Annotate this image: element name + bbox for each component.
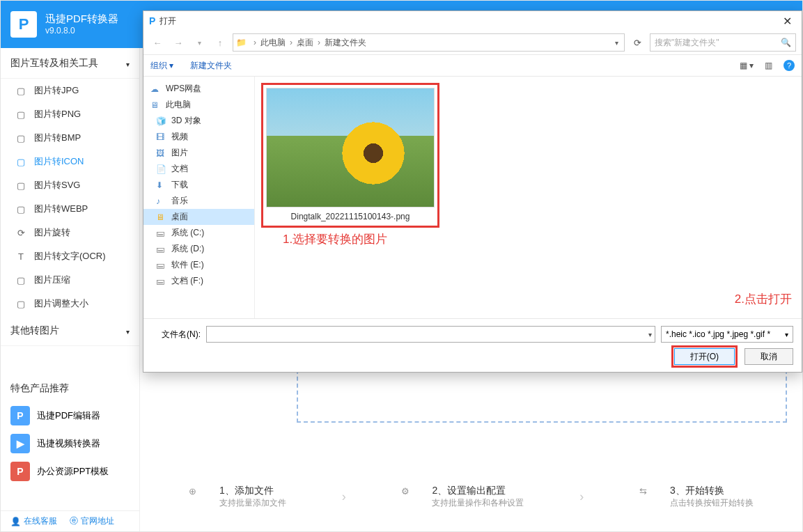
nav-recent-dropdown[interactable]: ▾ bbox=[191, 34, 208, 51]
featured-title: 特色产品推荐 bbox=[1, 378, 139, 402]
link-official-site[interactable]: ⓔ 官网地址 bbox=[70, 515, 114, 527]
open-button[interactable]: 打开(O) bbox=[674, 348, 735, 365]
nav-up-button[interactable]: ↑ bbox=[212, 34, 228, 51]
dialog-toolbar: 组织 ▾ 新建文件夹 ▦ ▾ ▥ ? bbox=[143, 54, 802, 77]
image-icon: ▢ bbox=[13, 179, 29, 191]
search-input[interactable]: 搜索"新建文件夹" 🔍 bbox=[650, 33, 796, 52]
sidebar-item-webp[interactable]: ▢图片转WEBP bbox=[1, 197, 139, 221]
refresh-button[interactable]: ⟳ bbox=[629, 34, 646, 51]
drive-icon: 🖴 bbox=[156, 244, 167, 254]
sidebar-footer: 👤 在线客服 ⓔ 官网地址 bbox=[1, 510, 140, 531]
tree-node[interactable]: 📄文档 bbox=[143, 161, 254, 177]
file-list-area[interactable]: Dingtalk_20221115100143-.png 1.选择要转换的图片 … bbox=[255, 77, 802, 318]
tree-node-label: 文档 (F:) bbox=[171, 275, 203, 287]
steps-bar: ⊕ 1、添加文件支持批量添加文件 › ⚙ 2、设置输出配置支持批量操作和各种设置… bbox=[140, 485, 802, 509]
featured-item-pdf-editor[interactable]: P迅捷PDF编辑器 bbox=[1, 402, 139, 430]
resize-icon: ▢ bbox=[13, 297, 29, 310]
file-item[interactable]: Dingtalk_20221115100143-.png bbox=[262, 84, 439, 227]
tree-node-label: 图片 bbox=[171, 147, 188, 159]
breadcrumb-item[interactable]: 桌面 bbox=[297, 37, 313, 49]
pc-icon: 🖥 bbox=[150, 100, 162, 110]
breadcrumb-path[interactable]: 📁 此电脑 桌面 新建文件夹 bbox=[233, 33, 625, 52]
tree-node[interactable]: 🧊3D 对象 bbox=[143, 113, 254, 129]
featured-item-video[interactable]: ▶迅捷视频转换器 bbox=[1, 430, 139, 457]
chevron-down-icon[interactable] bbox=[648, 329, 652, 339]
app-logo: P bbox=[10, 11, 37, 38]
tree-node-label: 音乐 bbox=[171, 195, 188, 207]
featured-products: 特色产品推荐 P迅捷PDF编辑器 ▶迅捷视频转换器 P办公资源PPT模板 bbox=[1, 371, 139, 492]
sidebar-item-bmp[interactable]: ▢图片转BMP bbox=[1, 126, 139, 150]
chevron-down-icon bbox=[126, 325, 130, 336]
help-icon[interactable]: ? bbox=[783, 60, 795, 71]
sidebar-item-resize[interactable]: ▢图片调整大小 bbox=[1, 292, 139, 315]
toolbar-organize[interactable]: 组织 ▾ bbox=[150, 60, 173, 72]
file-type-filter[interactable]: *.heic *.ico *.jpg *.jpeg *.gif * bbox=[661, 326, 793, 343]
cancel-button[interactable]: 取消 bbox=[744, 348, 793, 365]
sidebar-group-image-tools[interactable]: 图片互转及相关工具 bbox=[1, 48, 139, 79]
annotation-1: 1.选择要转换的图片 bbox=[283, 231, 387, 247]
file-name: Dingtalk_20221115100143-.png bbox=[266, 208, 435, 223]
tree-node[interactable]: 🖴文档 (F:) bbox=[143, 273, 254, 289]
step-2: ⚙ 2、设置输出配置支持批量操作和各种设置 bbox=[401, 485, 524, 509]
search-icon: 🔍 bbox=[781, 38, 791, 47]
doc-icon: 📄 bbox=[156, 164, 167, 174]
tree-node[interactable]: 🖴系统 (D:) bbox=[143, 241, 254, 257]
tree-node[interactable]: ☁WPS网盘 bbox=[143, 81, 254, 97]
tree-node[interactable]: 🎞视频 bbox=[143, 129, 254, 145]
tree-node-label: 3D 对象 bbox=[171, 115, 201, 127]
sidebar-group-other[interactable]: 其他转图片 bbox=[1, 315, 139, 346]
sidebar-item-ocr[interactable]: T图片转文字(OCR) bbox=[1, 244, 139, 268]
nav-back-button[interactable]: ← bbox=[149, 34, 166, 51]
sidebar-item-icon[interactable]: ▢图片转ICON bbox=[1, 150, 139, 173]
folder-icon: 📁 bbox=[236, 38, 247, 47]
sidebar-item-jpg[interactable]: ▢图片转JPG bbox=[1, 79, 139, 102]
image-icon: ▢ bbox=[13, 84, 29, 97]
add-file-icon: ⊕ bbox=[189, 486, 211, 508]
tree-node[interactable]: 🖴软件 (E:) bbox=[143, 257, 254, 273]
featured-item-ppt[interactable]: P办公资源PPT模板 bbox=[1, 457, 139, 485]
search-placeholder: 搜索"新建文件夹" bbox=[655, 37, 719, 49]
sidebar-item-svg[interactable]: ▢图片转SVG bbox=[1, 173, 139, 197]
tree-node[interactable]: 🖴系统 (C:) bbox=[143, 225, 254, 241]
compress-icon: ▢ bbox=[13, 274, 29, 286]
dialog-title: 打开 bbox=[159, 15, 176, 27]
dialog-title-bar[interactable]: P 打开 ✕ bbox=[143, 11, 802, 31]
tree-node[interactable]: 🖥桌面 bbox=[143, 209, 254, 225]
cloud-icon: ☁ bbox=[150, 84, 162, 94]
tree-node[interactable]: 🖼图片 bbox=[143, 145, 254, 161]
sidebar-item-rotate[interactable]: ⟳图片旋转 bbox=[1, 221, 139, 244]
sidebar-item-compress[interactable]: ▢图片压缩 bbox=[1, 268, 139, 292]
drive-icon: 🖴 bbox=[156, 228, 167, 238]
link-customer-service[interactable]: 👤 在线客服 bbox=[10, 515, 57, 527]
chevron-down-icon[interactable] bbox=[612, 38, 621, 47]
music-icon: ♪ bbox=[156, 196, 167, 206]
tree-node[interactable]: 🖥此电脑 bbox=[143, 97, 254, 113]
tree-node-label: 系统 (C:) bbox=[171, 227, 204, 239]
breadcrumb-item[interactable]: 此电脑 bbox=[260, 37, 286, 49]
sidebar-group-label: 其他转图片 bbox=[10, 324, 59, 337]
tree-node[interactable]: ⬇下载 bbox=[143, 177, 254, 193]
sidebar: 图片互转及相关工具 ▢图片转JPG ▢图片转PNG ▢图片转BMP ▢图片转IC… bbox=[1, 48, 140, 531]
tree-node-label: 下载 bbox=[171, 179, 188, 191]
desktop-icon: 🖥 bbox=[156, 212, 167, 222]
breadcrumb-item[interactable]: 新建文件夹 bbox=[325, 37, 366, 49]
view-details-button[interactable]: ▥ bbox=[765, 60, 772, 71]
filename-label: 文件名(N): bbox=[152, 329, 201, 341]
chevron-right-icon bbox=[287, 38, 295, 47]
dialog-footer: 文件名(N): *.heic *.ico *.jpg *.jpeg *.gif … bbox=[143, 318, 802, 372]
rotate-icon: ⟳ bbox=[13, 226, 29, 239]
tree-node-label: 此电脑 bbox=[166, 99, 191, 111]
chevron-right-icon bbox=[251, 38, 259, 47]
filename-input[interactable] bbox=[206, 326, 655, 343]
app-icon: P bbox=[149, 15, 155, 26]
view-thumbnails-button[interactable]: ▦ ▾ bbox=[740, 60, 754, 71]
tree-node[interactable]: ♪音乐 bbox=[143, 193, 254, 209]
chevron-right-icon: › bbox=[342, 490, 346, 504]
app-version: v9.0.8.0 bbox=[45, 26, 118, 37]
close-icon[interactable]: ✕ bbox=[779, 15, 796, 28]
toolbar-new-folder[interactable]: 新建文件夹 bbox=[190, 60, 232, 72]
file-open-dialog: P 打开 ✕ ← → ▾ ↑ 📁 此电脑 桌面 新建文件夹 ⟳ 搜索"新建文件夹… bbox=[143, 10, 802, 373]
nav-forward-button[interactable]: → bbox=[170, 34, 187, 51]
chevron-right-icon bbox=[315, 38, 323, 47]
sidebar-item-png[interactable]: ▢图片转PNG bbox=[1, 102, 139, 126]
